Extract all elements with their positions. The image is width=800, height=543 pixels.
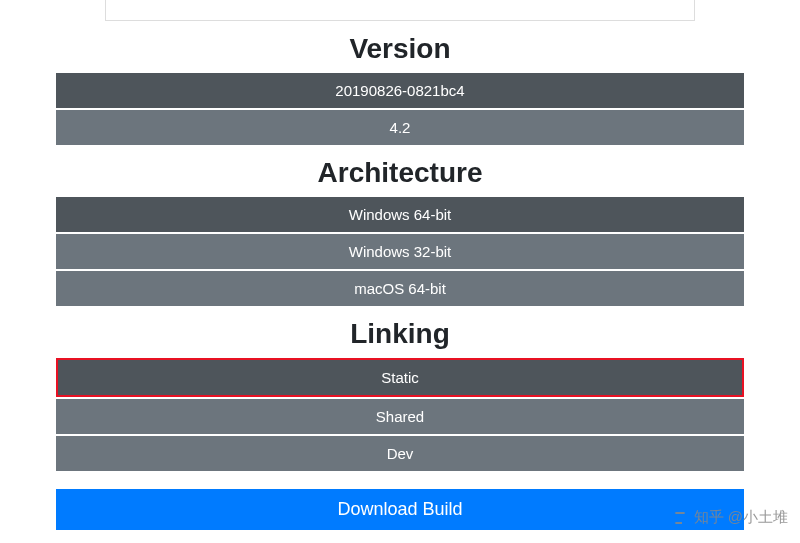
arch-option-win32[interactable]: Windows 32-bit [56,234,744,269]
version-option-20190826[interactable]: 20190826-0821bc4 [56,73,744,108]
linking-option-dev[interactable]: Dev [56,436,744,471]
top-box-placeholder [105,0,695,21]
zhihu-icon [672,510,688,526]
architecture-title: Architecture [56,157,744,189]
version-options-group: 20190826-0821bc4 4.2 [56,73,744,145]
download-build-button[interactable]: Download Build [56,489,744,530]
arch-option-macos64[interactable]: macOS 64-bit [56,271,744,306]
linking-option-static[interactable]: Static [58,360,742,395]
watermark: 知乎 @小土堆 [672,508,788,527]
version-title: Version [56,33,744,65]
linking-options-group: Static Shared Dev [56,358,744,471]
arch-option-win64[interactable]: Windows 64-bit [56,197,744,232]
linking-option-shared[interactable]: Shared [56,399,744,434]
version-option-4-2[interactable]: 4.2 [56,110,744,145]
architecture-options-group: Windows 64-bit Windows 32-bit macOS 64-b… [56,197,744,306]
highlight-annotation: Static [56,358,744,397]
linking-title: Linking [56,318,744,350]
watermark-text: 知乎 @小土堆 [694,508,788,527]
